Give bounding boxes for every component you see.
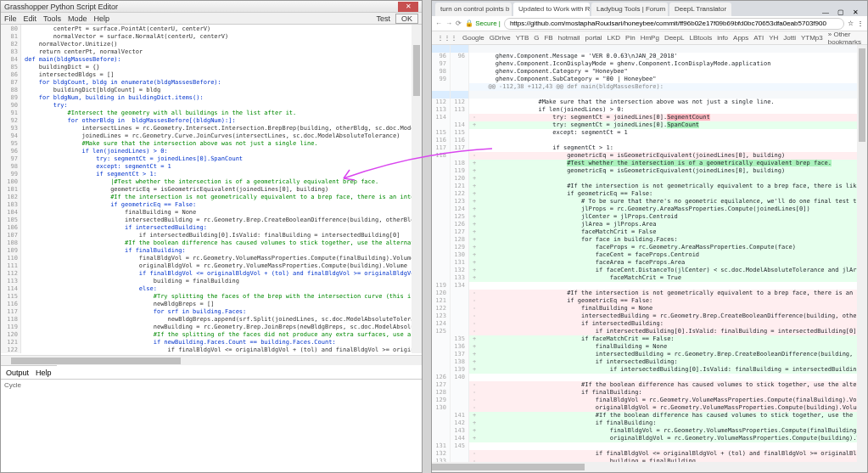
diff-line[interactable]: 99 ghenv.Component.SubCategory = "00 | H… bbox=[432, 76, 857, 83]
diff-line[interactable]: 118- geometricEq = isGeometricEquivalent… bbox=[432, 152, 857, 160]
diff-line[interactable]: 124- if intersectedBuilding: bbox=[432, 320, 857, 328]
diff-line[interactable]: 120- #If the intersection is not geometr… bbox=[432, 290, 857, 297]
apps-icon[interactable]: ⋮⋮⋮ bbox=[437, 34, 457, 42]
diff-line[interactable]: 142+ if finalBuilding: bbox=[432, 420, 857, 427]
diff-line[interactable]: 132+ if faceCent.DistanceTo(jlCenter) < … bbox=[432, 267, 857, 274]
browser-tab[interactable]: DeepL Translator bbox=[669, 3, 731, 16]
diff-line[interactable]: 127+ faceMatchCrit = False bbox=[432, 228, 857, 236]
diff-line[interactable]: 133+ faceMatchCrit = True bbox=[432, 274, 857, 282]
bookmark-item[interactable]: YTB bbox=[516, 34, 529, 42]
editor-scrollbar-vertical[interactable] bbox=[412, 25, 422, 353]
diff-line[interactable] bbox=[432, 45, 857, 53]
diff-line[interactable]: 97 ghenv.Component.IconDisplayMode = ghe… bbox=[432, 60, 857, 68]
menu-edit[interactable]: Edit bbox=[24, 14, 37, 23]
diff-line[interactable]: 144+ originalBldgVol = rc.Geometry.Volum… bbox=[432, 435, 857, 442]
diff-line[interactable]: 124+ jlProps = rc.Geometry.AreaMassPrope… bbox=[432, 206, 857, 213]
scrollbar-thumb[interactable] bbox=[413, 45, 420, 96]
code-area[interactable]: 80 81 82 83 84 85 86 87 88 89 90 91 92 9… bbox=[1, 25, 422, 353]
bookmark-item[interactable]: info bbox=[717, 34, 728, 42]
diff-line[interactable]: @@ -112,38 +112,43 @@ def main(bldgMasse… bbox=[432, 83, 857, 91]
diff-line[interactable]: 121- if geometricEq == False: bbox=[432, 297, 857, 305]
menu-icon[interactable]: ⋮ bbox=[857, 20, 864, 27]
diff-line[interactable]: 98 ghenv.Component.Category = "Honeybee" bbox=[432, 68, 857, 76]
scrollbar-thumb[interactable] bbox=[859, 48, 865, 142]
bookmark-item[interactable]: YTMp3 bbox=[801, 34, 823, 42]
diff-line[interactable]: 126+ jlArea = jlProps.Area bbox=[432, 221, 857, 228]
diff-line[interactable]: 121+ #If the intersection is not geometr… bbox=[432, 183, 857, 190]
diff-line[interactable]: 117117 if segmentCt > 1: bbox=[432, 144, 857, 152]
bookmark-item[interactable]: ATI bbox=[753, 34, 764, 42]
diff-line[interactable]: 115115 except: segmentCt = 1 bbox=[432, 129, 857, 137]
diff-line[interactable]: 136+ finalBuilding = None bbox=[432, 343, 857, 351]
bookmark-item[interactable]: Pin bbox=[625, 34, 636, 42]
diff-line[interactable]: 9696 ghenv.Component.Message = 'VER 0.0.… bbox=[432, 53, 857, 60]
browser-scrollbar-vertical[interactable] bbox=[857, 45, 867, 472]
diff-line[interactable]: 114+ try: segmentCt = joinedLines[0].Spa… bbox=[432, 121, 857, 129]
other-bookmarks[interactable]: » Other bookmarks bbox=[828, 31, 862, 45]
diff-line[interactable]: 125+ jlCenter = jlProps.Centroid bbox=[432, 213, 857, 221]
diff-line[interactable]: 138+ if intersectedBuilding: bbox=[432, 358, 857, 366]
diff-line[interactable]: 143+ finalBldgVol = rc.Geometry.VolumeMa… bbox=[432, 427, 857, 435]
help-tab[interactable]: Help bbox=[36, 369, 52, 377]
diff-line[interactable]: 122+ if geometricEq == False: bbox=[432, 190, 857, 198]
diff-line[interactable]: 119134 bbox=[432, 282, 857, 290]
diff-line[interactable]: 114- try: segmentCt = joinedLines[0].Seg… bbox=[432, 114, 857, 121]
github-diff-view[interactable]: 9696 ghenv.Component.Message = 'VER 0.0.… bbox=[432, 45, 857, 462]
bookmark-item[interactable]: LBtools bbox=[689, 34, 712, 42]
bookmark-item[interactable]: portal bbox=[585, 34, 602, 42]
maximize-icon[interactable]: ▢ bbox=[837, 8, 844, 16]
browser-tab[interactable]: turn on control points b bbox=[435, 3, 512, 16]
diff-line[interactable] bbox=[432, 91, 857, 99]
diff-line[interactable]: 127- #If the boolean difference has caus… bbox=[432, 381, 857, 389]
ok-button[interactable]: OK bbox=[395, 14, 418, 24]
back-icon[interactable]: ← bbox=[435, 20, 442, 27]
test-button[interactable]: Test bbox=[376, 14, 390, 23]
bookmark-item[interactable]: Google bbox=[462, 34, 484, 42]
diff-line[interactable]: 129- finalBldgVol = rc.Geometry.VolumeMa… bbox=[432, 397, 857, 404]
forward-icon[interactable]: → bbox=[445, 20, 452, 27]
diff-line[interactable]: 119+ geometricEq = isGeometricEquivalent… bbox=[432, 167, 857, 175]
close-icon[interactable]: ✕ bbox=[398, 2, 418, 12]
diff-line[interactable]: 141+ #If the boolean difference has caus… bbox=[432, 412, 857, 420]
browser-tab[interactable]: Updated to Work with R bbox=[513, 3, 590, 16]
bookmark-item[interactable]: FB bbox=[544, 34, 552, 42]
star-icon[interactable]: ☆ bbox=[848, 20, 854, 27]
diff-line[interactable]: 129+ faceProps = rc.Geometry.AreaMassPro… bbox=[432, 244, 857, 251]
editor-titlebar[interactable]: Grasshopper Python Script Editor ✕ bbox=[1, 1, 422, 13]
diff-line[interactable]: 132- if finalBldgVol <= originalBldgVol … bbox=[432, 450, 857, 458]
diff-line[interactable]: 120+ bbox=[432, 175, 857, 183]
diff-line[interactable]: 126140 bbox=[432, 374, 857, 381]
diff-line[interactable]: 131+ faceArea = faceProps.Area bbox=[432, 259, 857, 267]
diff-line[interactable]: 135+ if faceMatchCrit == False: bbox=[432, 335, 857, 343]
diff-line[interactable]: 112112 #Make sure that the intersection … bbox=[432, 99, 857, 106]
bookmark-item[interactable]: DeepL bbox=[664, 34, 685, 42]
bookmark-item[interactable]: Jotti bbox=[783, 34, 796, 42]
bookmark-item[interactable]: HmPg bbox=[641, 34, 659, 42]
bookmark-item[interactable]: G bbox=[534, 34, 539, 42]
bookmark-item[interactable]: GDrive bbox=[490, 34, 511, 42]
output-tab[interactable]: Output bbox=[6, 369, 29, 377]
diff-line[interactable]: 123- intersectedBuilding = rc.Geometry.B… bbox=[432, 313, 857, 320]
diff-line[interactable]: 130- originalBldgVol = rc.Geometry.Volum… bbox=[432, 404, 857, 412]
bookmark-item[interactable]: YH bbox=[769, 34, 778, 42]
menu-file[interactable]: File bbox=[4, 14, 17, 23]
diff-line[interactable]: 122- finalBuilding = None bbox=[432, 305, 857, 313]
bookmark-item[interactable]: LKD bbox=[608, 34, 621, 42]
diff-line[interactable]: 128- if finalBuilding: bbox=[432, 389, 857, 397]
editor-scrollbar-horizontal[interactable] bbox=[1, 355, 422, 365]
diff-line[interactable]: 131145 bbox=[432, 442, 857, 450]
diff-line[interactable]: 116116 bbox=[432, 137, 857, 144]
diff-line[interactable]: 118+ #Test whether the intersection is o… bbox=[432, 160, 857, 167]
reload-icon[interactable]: ⟳ bbox=[456, 20, 462, 27]
diff-line[interactable]: 139+ if intersectedBuilding[0].IsValid: … bbox=[432, 366, 857, 374]
minimize-icon[interactable]: — bbox=[822, 8, 829, 16]
url-input[interactable] bbox=[504, 18, 844, 30]
menu-help[interactable]: Help bbox=[94, 14, 110, 23]
diff-line[interactable]: 113113 if len(joinedLines) > 0: bbox=[432, 106, 857, 114]
browser-tab[interactable]: Ladybug Tools | Forum bbox=[591, 3, 668, 16]
diff-line[interactable]: 123+ # To be sure that there's no geomet… bbox=[432, 198, 857, 206]
bookmark-item[interactable]: Apps bbox=[733, 34, 748, 42]
diff-line[interactable]: 128+ for face in building.Faces: bbox=[432, 236, 857, 244]
browser-scrollbar-horizontal[interactable] bbox=[432, 462, 857, 472]
diff-line[interactable]: 125- if intersectedBuilding[0].IsValid: … bbox=[432, 328, 857, 335]
